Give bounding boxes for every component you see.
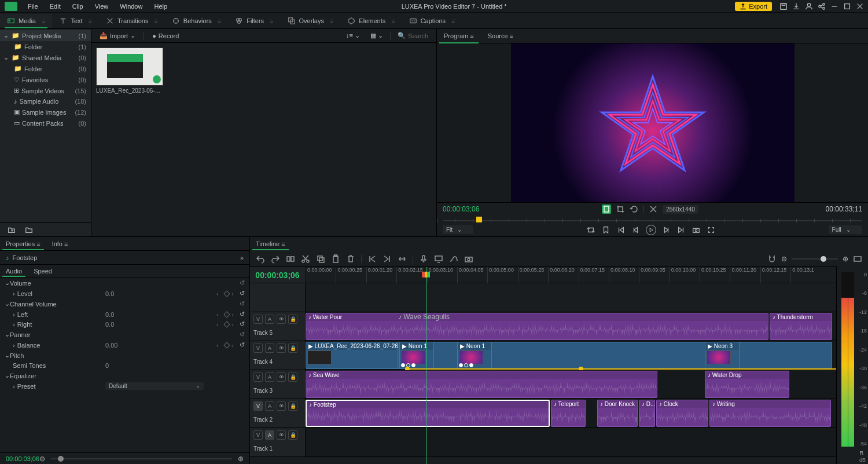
adjust-button[interactable] [649,204,658,214]
tab-elements[interactable]: Elements≡ [340,14,402,28]
goto-start-button[interactable] [616,225,626,235]
maximize-button[interactable] [841,1,853,12]
reset-icon[interactable]: ↺ [240,279,245,287]
screen-button[interactable] [434,254,443,264]
timeline-tab[interactable]: Timeline ≡ [250,238,291,250]
menu-window[interactable]: Window [114,1,148,12]
step-fwd-button[interactable] [661,225,671,235]
zoom-out-button[interactable]: ⊖ [781,255,787,263]
tab-text[interactable]: Text≡ [52,14,99,28]
tree-content-packs[interactable]: ▭ Content Packs(0) [0,118,91,129]
track-audio-toggle[interactable]: A [265,372,274,382]
tree-sample-videos[interactable]: ⊞ Sample Videos(15) [0,85,91,96]
tab-transitions[interactable]: Transitions≡ [99,14,165,28]
tree-favorites[interactable]: ♡ Favorites(0) [0,74,91,85]
goto-end-button[interactable] [676,225,686,235]
save-icon[interactable] [778,1,789,12]
zoom-out-button[interactable]: ⊖ [39,455,45,463]
mark-in-button[interactable] [602,204,611,214]
step-back-button[interactable] [631,225,641,235]
paste-button[interactable] [331,254,340,264]
tab-filters[interactable]: Filters≡ [228,14,280,28]
track-video-toggle[interactable]: V [253,401,263,411]
tab-behaviors[interactable]: Behaviors≡ [165,14,228,28]
reset-icon[interactable]: ↺ [240,290,245,297]
tab-overlays[interactable]: Overlays≡ [281,14,341,28]
menu-help[interactable]: Help [148,1,173,12]
track-lock-toggle[interactable]: 🔒 [288,430,297,440]
goto-prev-button[interactable] [367,254,377,264]
tree-sample-images[interactable]: ▣ Sample Images(12) [0,107,91,118]
scrubber-playhead[interactable] [476,217,482,222]
minimize-button[interactable] [829,1,840,12]
user-icon[interactable] [803,1,815,12]
props-zoom-slider[interactable] [51,458,232,459]
timeline-ruler[interactable]: 0:00:00:000:00:00:250:00:01:200:00:02:15… [306,267,868,283]
speed-tab[interactable]: Speed [28,266,58,276]
program-tab[interactable]: Program ≡ [437,29,481,43]
menu-clip[interactable]: Clip [67,1,89,12]
menu-edit[interactable]: Edit [44,1,67,12]
expand-props-button[interactable]: » [240,254,244,261]
range-button[interactable] [398,254,407,264]
import-button[interactable]: 📥 Import ⌄ [96,31,139,41]
marker-button[interactable] [601,225,611,235]
track-lane[interactable]: ♪ Footstep♪ Teleport♪ Door Knock♪ D...♪ … [306,399,868,428]
fit-select[interactable]: Fit ⌄ [443,225,473,234]
track-lane[interactable] [306,428,868,456]
folder-button[interactable] [23,224,35,236]
eq-section[interactable]: ⌄ Equalizer [0,370,249,381]
zoom-in-button[interactable]: ⊕ [843,255,848,263]
channel-section[interactable]: ⌄ Channel Volume↺ [0,298,249,309]
track-visible-toggle[interactable]: 👁 [277,315,286,324]
fullscreen-button[interactable] [706,225,716,235]
menu-file[interactable]: File [22,1,44,12]
download-icon[interactable] [790,1,802,12]
timeline-clip[interactable]: ♪ Clock [656,400,708,427]
keyframe-toggle[interactable] [223,290,230,297]
track-lock-toggle[interactable]: 🔒 [288,401,297,411]
tree-folder-2[interactable]: 📁 Folder(0) [0,63,91,74]
track-lock-toggle[interactable]: 🔒 [288,372,297,382]
curve-button[interactable] [449,254,458,264]
timeline-clip[interactable]: ▶ Neon 1 [457,342,492,369]
cut-button[interactable] [301,254,310,264]
snapshot-button[interactable] [691,225,701,235]
track-visible-toggle[interactable]: 👁 [277,430,286,440]
timeline-clip[interactable]: ♪ Door Knock [597,400,638,427]
timeline-clip[interactable]: ♪ Footstep [306,400,550,427]
track-lane[interactable]: ♪ Sea Wave♪ Water Drop [306,370,868,399]
track-audio-toggle[interactable]: A [265,315,274,324]
copy-button[interactable] [316,254,325,264]
view-button[interactable]: ▦ ⌄ [367,31,387,41]
volume-section[interactable]: ⌄ Volume↺ [0,277,249,288]
track-audio-toggle[interactable]: A [265,430,274,440]
track-lane[interactable]: ▶ LUXEA_Rec_2023-06-26_07-26-41.m...▶ Ne… [306,341,868,370]
full-select[interactable]: Full ⌄ [829,225,862,234]
magnet-button[interactable] [767,254,777,264]
loop-button[interactable] [586,225,596,235]
track-audio-toggle[interactable]: A [265,401,274,411]
play-button[interactable] [646,225,656,235]
track-video-toggle[interactable]: V [253,372,263,382]
menu-view[interactable]: View [89,1,115,12]
goto-next-button[interactable] [382,254,392,264]
fit-timeline-button[interactable] [853,254,862,264]
tree-sample-audio[interactable]: ♪ Sample Audio(18) [0,96,91,107]
reset-icon[interactable]: ↺ [240,300,245,308]
media-clip-item[interactable]: LUXEA_Rec_2023-06-26_07-26-4... [96,48,163,96]
tree-shared-media[interactable]: ⌄📁 Shared Media(0) [0,52,91,63]
preview-scrubber[interactable] [437,215,868,223]
mic-button[interactable] [419,254,428,264]
tab-media[interactable]: Media≡ [0,14,52,28]
audio-tab[interactable]: Audio [0,266,28,276]
sort-button[interactable]: ↓≡ ⌄ [343,31,363,41]
rotate-button[interactable] [630,204,639,214]
new-folder-button[interactable] [6,224,17,236]
timeline-clip[interactable]: ♪ D... [639,400,655,427]
zoom-in-button[interactable]: ⊕ [238,455,244,463]
tree-project-media[interactable]: ⌄📁 Project Media(1) [0,30,91,41]
tl-zoom-slider[interactable] [792,258,838,260]
undo-button[interactable] [256,254,265,264]
timeline-clip[interactable]: ▶ Neon 3 [705,342,740,369]
